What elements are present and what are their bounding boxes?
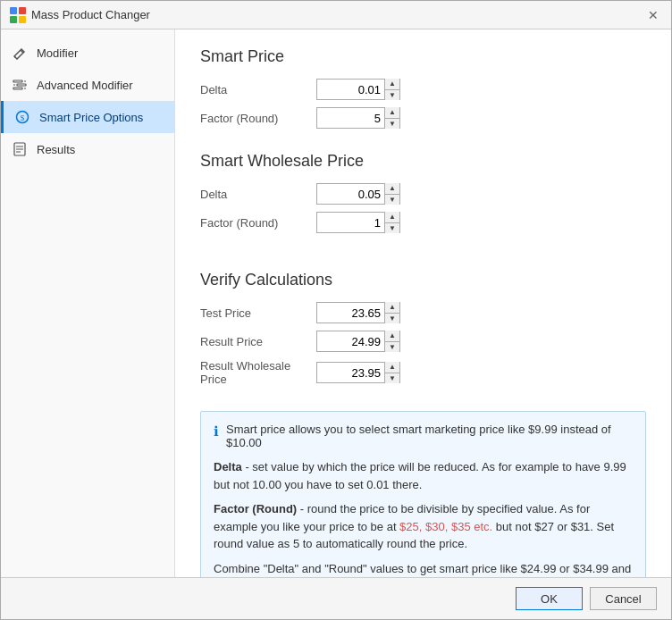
wholesale-delta-down[interactable]: ▼ — [385, 194, 399, 205]
svg-rect-1 — [19, 7, 26, 14]
app-icon — [10, 7, 26, 23]
smart-wholesale-title: Smart Wholesale Price — [200, 152, 646, 171]
smart-price-delta-down[interactable]: ▼ — [385, 89, 399, 100]
smart-price-factor-up[interactable]: ▲ — [385, 107, 399, 118]
smart-price-delta-row: Delta ▲ ▼ — [200, 79, 646, 100]
wholesale-factor-up[interactable]: ▲ — [385, 212, 399, 222]
result-price-spinners: ▲ ▼ — [384, 331, 399, 352]
test-price-input-wrap: ▲ ▼ — [316, 302, 400, 323]
main-window: Mass Product Changer ✕ Modifier — [0, 0, 672, 620]
advanced-modifier-icon — [12, 77, 28, 93]
test-price-up[interactable]: ▲ — [385, 302, 399, 313]
result-price-label: Result Price — [200, 335, 316, 348]
result-wholesale-spinners: ▲ ▼ — [384, 362, 399, 383]
sidebar-item-modifier[interactable]: Modifier — [1, 37, 174, 69]
factor-bold: Factor (Round) — [214, 502, 297, 515]
info-box: ℹ Smart price allows you to select smart… — [200, 411, 646, 577]
wholesale-factor-label: Factor (Round) — [200, 216, 316, 230]
verify-section: Verify Calculations Test Price ▲ ▼ Resul… — [200, 271, 646, 393]
result-price-input-wrap: ▲ ▼ — [316, 331, 400, 352]
svg-rect-2 — [10, 16, 17, 23]
window-title: Mass Product Changer — [31, 8, 150, 21]
svg-rect-5 — [17, 84, 26, 86]
smart-price-factor-input-wrap: ▲ ▼ — [316, 107, 400, 129]
modifier-label: Modifier — [37, 46, 78, 60]
result-wholesale-input[interactable] — [317, 363, 384, 382]
result-price-down[interactable]: ▼ — [385, 341, 399, 352]
info-paragraph-combine: Combine "Delta" and "Round" values to ge… — [214, 560, 633, 578]
smart-price-factor-input[interactable] — [317, 108, 384, 128]
advanced-modifier-label: Advanced Modifier — [37, 79, 133, 92]
sidebar: Modifier Advanced Modifier — [1, 29, 175, 577]
smart-price-section: Smart Price Delta ▲ ▼ Factor (Round) — [200, 47, 646, 136]
sidebar-item-results[interactable]: Results — [1, 133, 174, 165]
footer: OK Cancel — [1, 577, 671, 619]
delta-bold: Delta — [214, 460, 242, 473]
wholesale-factor-input[interactable] — [317, 213, 384, 232]
title-bar-left: Mass Product Changer — [10, 7, 150, 23]
title-bar: Mass Product Changer ✕ — [1, 1, 671, 29]
wholesale-delta-row: Delta ▲ ▼ — [200, 183, 646, 205]
result-wholesale-label: Result Wholesale Price — [200, 359, 316, 386]
results-label: Results — [37, 143, 75, 156]
smart-price-delta-spinners: ▲ ▼ — [384, 79, 399, 100]
results-icon — [12, 141, 28, 157]
smart-wholesale-section: Smart Wholesale Price Delta ▲ ▼ Factor (… — [200, 152, 646, 240]
content-area: Modifier Advanced Modifier — [1, 29, 671, 577]
wholesale-delta-up[interactable]: ▲ — [385, 183, 399, 194]
result-price-row: Result Price ▲ ▼ — [200, 331, 646, 352]
result-wholesale-row: Result Wholesale Price ▲ ▼ — [200, 359, 646, 386]
test-price-input[interactable] — [317, 303, 384, 323]
info-paragraph-delta: Delta - set value by which the price wil… — [214, 458, 633, 493]
verify-title: Verify Calculations — [200, 271, 646, 289]
test-price-label: Test Price — [200, 306, 316, 320]
result-price-input[interactable] — [317, 331, 384, 351]
svg-rect-3 — [19, 16, 26, 23]
main-panel: Smart Price Delta ▲ ▼ Factor (Round) — [175, 29, 671, 577]
info-header: ℹ Smart price allows you to select smart… — [214, 423, 633, 449]
info-header-text: Smart price allows you to select smart m… — [226, 423, 633, 449]
smart-price-options-label: Smart Price Options — [39, 111, 143, 124]
test-price-down[interactable]: ▼ — [385, 313, 399, 323]
wholesale-factor-row: Factor (Round) ▲ ▼ — [200, 212, 646, 233]
cancel-button[interactable]: Cancel — [590, 587, 657, 610]
sidebar-item-smart-price-options[interactable]: $ Smart Price Options — [1, 101, 174, 133]
result-wholesale-down[interactable]: ▼ — [385, 373, 399, 383]
svg-text:$: $ — [21, 113, 25, 122]
wholesale-factor-input-wrap: ▲ ▼ — [316, 212, 400, 233]
wholesale-delta-label: Delta — [200, 188, 316, 201]
wholesale-delta-spinners: ▲ ▼ — [384, 183, 399, 205]
smart-price-delta-input-wrap: ▲ ▼ — [316, 79, 400, 100]
test-price-spinners: ▲ ▼ — [384, 302, 399, 323]
modifier-icon — [12, 45, 28, 61]
smart-price-delta-label: Delta — [200, 83, 316, 96]
close-button[interactable]: ✕ — [644, 6, 662, 24]
info-paragraph-factor: Factor (Round) - round the price to be d… — [214, 500, 633, 553]
ok-button[interactable]: OK — [516, 587, 583, 610]
svg-rect-6 — [13, 88, 22, 89]
wholesale-factor-spinners: ▲ ▼ — [384, 212, 399, 233]
wholesale-delta-input[interactable] — [317, 184, 384, 204]
factor-highlight: $25, $30, $35 etc. — [399, 520, 492, 533]
smart-price-factor-down[interactable]: ▼ — [385, 118, 399, 129]
wholesale-factor-down[interactable]: ▼ — [385, 222, 399, 233]
svg-rect-0 — [10, 7, 17, 14]
smart-price-title: Smart Price — [200, 47, 646, 66]
result-wholesale-up[interactable]: ▲ — [385, 362, 399, 373]
sidebar-item-advanced-modifier[interactable]: Advanced Modifier — [1, 69, 174, 101]
smart-price-delta-up[interactable]: ▲ — [385, 79, 399, 89]
smart-price-icon: $ — [14, 109, 30, 125]
smart-price-delta-input[interactable] — [317, 80, 384, 99]
info-icon: ℹ — [214, 423, 219, 440]
result-price-up[interactable]: ▲ — [385, 331, 399, 341]
test-price-row: Test Price ▲ ▼ — [200, 302, 646, 323]
result-wholesale-input-wrap: ▲ ▼ — [316, 362, 400, 383]
smart-price-factor-spinners: ▲ ▼ — [384, 107, 399, 129]
svg-rect-4 — [13, 80, 22, 82]
smart-price-factor-row: Factor (Round) ▲ ▼ — [200, 107, 646, 129]
wholesale-delta-input-wrap: ▲ ▼ — [316, 183, 400, 205]
smart-price-factor-label: Factor (Round) — [200, 112, 316, 125]
delta-text: - set value by which the price will be r… — [214, 460, 626, 491]
